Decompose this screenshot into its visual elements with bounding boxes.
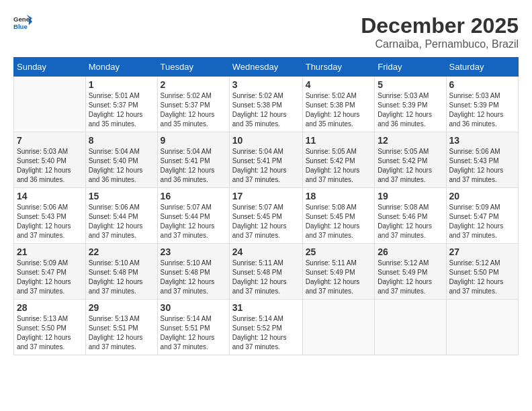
logo: General Blue [13,13,32,32]
title-area: December 2025 Carnaiba, Pernambuco, Braz… [361,13,519,50]
day-info: Sunrise: 5:10 AMSunset: 5:48 PMDaylight:… [161,259,226,296]
day-number: 12 [378,135,443,146]
day-number: 7 [17,135,83,146]
day-number: 2 [161,79,226,90]
day-info: Sunrise: 5:12 AMSunset: 5:49 PMDaylight:… [378,259,443,296]
day-info: Sunrise: 5:03 AMSunset: 5:39 PMDaylight:… [378,91,443,129]
svg-text:Blue: Blue [13,23,28,30]
day-number: 9 [161,135,226,146]
day-info: Sunrise: 5:06 AMSunset: 5:43 PMDaylight:… [449,147,515,185]
table-cell: 11Sunrise: 5:05 AMSunset: 5:42 PMDayligh… [302,132,375,188]
day-info: Sunrise: 5:11 AMSunset: 5:49 PMDaylight:… [306,259,372,296]
table-cell [14,77,86,132]
logo-icon: General Blue [13,13,32,32]
table-cell: 17Sunrise: 5:07 AMSunset: 5:45 PMDayligh… [229,188,302,244]
day-info: Sunrise: 5:08 AMSunset: 5:46 PMDaylight:… [378,203,443,240]
day-number: 8 [89,135,154,146]
day-info: Sunrise: 5:03 AMSunset: 5:39 PMDaylight:… [449,91,515,129]
day-info: Sunrise: 5:04 AMSunset: 5:41 PMDaylight:… [232,147,300,185]
day-info: Sunrise: 5:02 AMSunset: 5:38 PMDaylight:… [306,91,372,129]
table-cell: 31Sunrise: 5:14 AMSunset: 5:52 PMDayligh… [229,300,302,355]
table-cell: 30Sunrise: 5:14 AMSunset: 5:51 PMDayligh… [157,300,229,355]
weekday-header-friday: Friday [375,58,446,77]
day-number: 28 [17,302,83,313]
day-info: Sunrise: 5:05 AMSunset: 5:42 PMDaylight:… [378,147,443,185]
table-cell: 27Sunrise: 5:12 AMSunset: 5:50 PMDayligh… [446,244,518,300]
day-number: 3 [232,79,300,90]
table-cell: 2Sunrise: 5:02 AMSunset: 5:37 PMDaylight… [157,77,229,132]
table-cell: 13Sunrise: 5:06 AMSunset: 5:43 PMDayligh… [446,132,518,188]
day-info: Sunrise: 5:07 AMSunset: 5:45 PMDaylight:… [232,203,300,240]
table-cell: 7Sunrise: 5:03 AMSunset: 5:40 PMDaylight… [14,132,86,188]
table-cell: 9Sunrise: 5:04 AMSunset: 5:41 PMDaylight… [157,132,229,188]
day-number: 4 [306,79,372,90]
weekday-header-tuesday: Tuesday [157,58,229,77]
day-number: 1 [89,79,154,90]
day-info: Sunrise: 5:06 AMSunset: 5:44 PMDaylight:… [89,203,154,240]
weekday-header-monday: Monday [85,58,157,77]
day-number: 15 [89,191,154,201]
day-number: 21 [17,246,83,257]
weekday-header-sunday: Sunday [14,58,86,77]
table-cell: 28Sunrise: 5:13 AMSunset: 5:50 PMDayligh… [14,300,86,355]
day-number: 25 [306,246,372,257]
weekday-header-saturday: Saturday [446,58,518,77]
table-cell: 19Sunrise: 5:08 AMSunset: 5:46 PMDayligh… [375,188,446,244]
day-info: Sunrise: 5:04 AMSunset: 5:40 PMDaylight:… [89,147,154,185]
day-info: Sunrise: 5:01 AMSunset: 5:37 PMDaylight:… [89,91,154,129]
page-header: General Blue December 2025 Carnaiba, Per… [13,13,519,50]
table-cell: 24Sunrise: 5:11 AMSunset: 5:48 PMDayligh… [229,244,302,300]
table-cell: 5Sunrise: 5:03 AMSunset: 5:39 PMDaylight… [375,77,446,132]
day-info: Sunrise: 5:09 AMSunset: 5:47 PMDaylight:… [449,203,515,240]
weekday-header-row: SundayMondayTuesdayWednesdayThursdayFrid… [14,58,519,77]
table-cell: 12Sunrise: 5:05 AMSunset: 5:42 PMDayligh… [375,132,446,188]
day-number: 13 [449,135,515,146]
day-number: 22 [89,246,154,257]
table-cell: 20Sunrise: 5:09 AMSunset: 5:47 PMDayligh… [446,188,518,244]
table-cell [446,300,518,355]
day-info: Sunrise: 5:06 AMSunset: 5:43 PMDaylight:… [17,203,83,240]
table-cell: 29Sunrise: 5:13 AMSunset: 5:51 PMDayligh… [85,300,157,355]
day-info: Sunrise: 5:12 AMSunset: 5:50 PMDaylight:… [449,259,515,296]
table-cell: 26Sunrise: 5:12 AMSunset: 5:49 PMDayligh… [375,244,446,300]
day-info: Sunrise: 5:11 AMSunset: 5:48 PMDaylight:… [232,259,300,296]
day-info: Sunrise: 5:13 AMSunset: 5:51 PMDaylight:… [89,314,154,352]
table-cell: 21Sunrise: 5:09 AMSunset: 5:47 PMDayligh… [14,244,86,300]
day-info: Sunrise: 5:03 AMSunset: 5:40 PMDaylight:… [17,147,83,185]
table-cell: 14Sunrise: 5:06 AMSunset: 5:43 PMDayligh… [14,188,86,244]
day-info: Sunrise: 5:08 AMSunset: 5:45 PMDaylight:… [306,203,372,240]
calendar-week-4: 21Sunrise: 5:09 AMSunset: 5:47 PMDayligh… [14,244,519,300]
calendar-week-1: 1Sunrise: 5:01 AMSunset: 5:37 PMDaylight… [14,77,519,132]
table-cell [375,300,446,355]
table-cell: 23Sunrise: 5:10 AMSunset: 5:48 PMDayligh… [157,244,229,300]
day-number: 31 [232,302,300,313]
table-cell: 15Sunrise: 5:06 AMSunset: 5:44 PMDayligh… [85,188,157,244]
calendar-week-5: 28Sunrise: 5:13 AMSunset: 5:50 PMDayligh… [14,300,519,355]
day-number: 10 [232,135,300,146]
day-number: 24 [232,246,300,257]
day-info: Sunrise: 5:07 AMSunset: 5:44 PMDaylight:… [161,203,226,240]
day-info: Sunrise: 5:02 AMSunset: 5:38 PMDaylight:… [232,91,300,129]
day-number: 29 [89,302,154,313]
table-cell: 8Sunrise: 5:04 AMSunset: 5:40 PMDaylight… [85,132,157,188]
table-cell: 18Sunrise: 5:08 AMSunset: 5:45 PMDayligh… [302,188,375,244]
table-cell: 3Sunrise: 5:02 AMSunset: 5:38 PMDaylight… [229,77,302,132]
table-cell: 22Sunrise: 5:10 AMSunset: 5:48 PMDayligh… [85,244,157,300]
day-info: Sunrise: 5:13 AMSunset: 5:50 PMDaylight:… [17,314,83,352]
location-title: Carnaiba, Pernambuco, Brazil [361,38,519,50]
day-number: 17 [232,191,300,201]
day-number: 11 [306,135,372,146]
weekday-header-thursday: Thursday [302,58,375,77]
day-number: 23 [161,246,226,257]
calendar-week-2: 7Sunrise: 5:03 AMSunset: 5:40 PMDaylight… [14,132,519,188]
day-number: 14 [17,191,83,201]
day-info: Sunrise: 5:14 AMSunset: 5:52 PMDaylight:… [232,314,300,352]
weekday-header-wednesday: Wednesday [229,58,302,77]
calendar-table: SundayMondayTuesdayWednesdayThursdayFrid… [13,57,519,355]
day-number: 16 [161,191,226,201]
day-info: Sunrise: 5:05 AMSunset: 5:42 PMDaylight:… [306,147,372,185]
day-number: 27 [449,246,515,257]
table-cell [302,300,375,355]
table-cell: 6Sunrise: 5:03 AMSunset: 5:39 PMDaylight… [446,77,518,132]
day-info: Sunrise: 5:10 AMSunset: 5:48 PMDaylight:… [89,259,154,296]
